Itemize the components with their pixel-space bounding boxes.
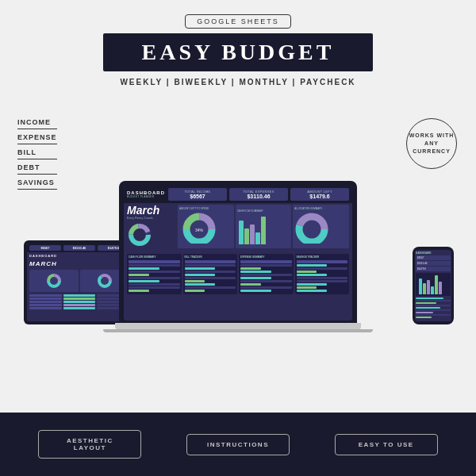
tablet-device: $6567 $3110.46 $1479.6 DASHBOARD MARCH bbox=[24, 240, 135, 324]
svg-text:34%: 34% bbox=[195, 228, 204, 232]
subtitle: Weekly | Biweekly | Monthly | Paycheck bbox=[120, 78, 355, 86]
month-display: March bbox=[127, 205, 175, 217]
devices-area: $6567 $3110.46 $1479.6 DASHBOARD MARCH bbox=[0, 102, 476, 348]
phone-device: DASHBOARD $6567 $3110.46 $1479.6 bbox=[413, 247, 454, 324]
instructions-badge: Instructions bbox=[186, 434, 290, 455]
easy-badge: Easy To Use bbox=[335, 434, 438, 455]
bottom-section: Aesthetic Layout Instructions Easy To Us… bbox=[0, 413, 476, 476]
google-sheets-badge: Google Sheets bbox=[185, 14, 291, 29]
laptop-device: DASHBOARD BUDGET PLANNER TOTAL INCOME $6… bbox=[119, 181, 357, 332]
top-section: Google Sheets Easy Budget Weekly | Biwee… bbox=[0, 0, 476, 102]
title-box: Easy Budget bbox=[103, 33, 373, 71]
main-title: Easy Budget bbox=[119, 40, 357, 65]
aesthetic-badge: Aesthetic Layout bbox=[38, 430, 141, 459]
middle-section: Income Expense Bill Debt Savings Works W… bbox=[0, 102, 476, 413]
tablet-month: MARCH bbox=[27, 258, 132, 268]
